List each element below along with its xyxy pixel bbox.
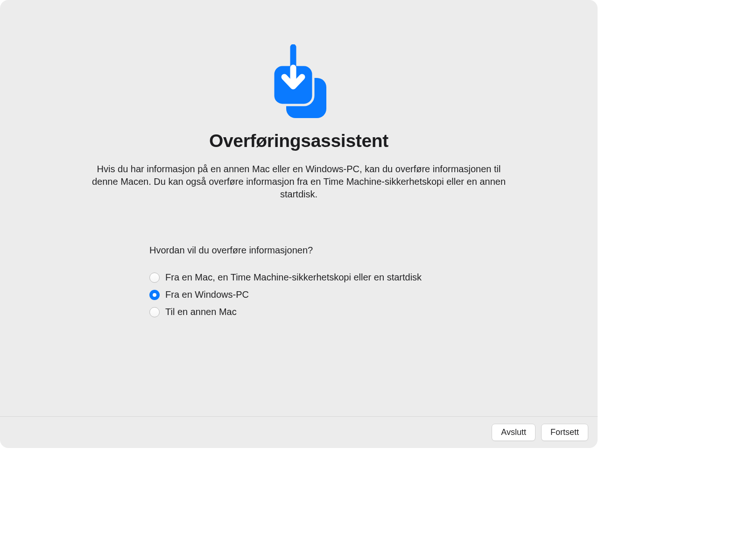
radio-option-from-mac[interactable]: Fra en Mac, en Time Machine-sikkerhetsko…: [149, 272, 448, 283]
transfer-method-radio-group: Fra en Mac, en Time Machine-sikkerhetsko…: [149, 272, 448, 317]
continue-button[interactable]: Fortsett: [541, 424, 588, 441]
radio-indicator: [149, 273, 160, 283]
radio-label: Til en annen Mac: [165, 307, 237, 317]
quit-button[interactable]: Avslutt: [492, 424, 536, 441]
radio-label: Fra en Mac, en Time Machine-sikkerhetsko…: [165, 272, 422, 283]
page-description: Hvis du har informasjon på en annen Mac …: [75, 163, 523, 201]
radio-option-to-mac[interactable]: Til en annen Mac: [149, 307, 448, 317]
radio-indicator: [149, 307, 160, 317]
radio-option-from-windows[interactable]: Fra en Windows-PC: [149, 289, 448, 300]
migration-assistant-window: Overføringsassistent Hvis du har informa…: [0, 0, 598, 448]
radio-label: Fra en Windows-PC: [165, 289, 249, 300]
page-title: Overføringsassistent: [209, 131, 388, 151]
footer-toolbar: Avslutt Fortsett: [0, 416, 598, 448]
radio-indicator: [149, 290, 160, 300]
content-area: Overføringsassistent Hvis du har informa…: [0, 0, 598, 416]
question-text: Hvordan vil du overføre informasjonen?: [149, 245, 448, 256]
question-section: Hvordan vil du overføre informasjonen? F…: [149, 245, 448, 317]
migration-assistant-icon: [264, 44, 334, 119]
